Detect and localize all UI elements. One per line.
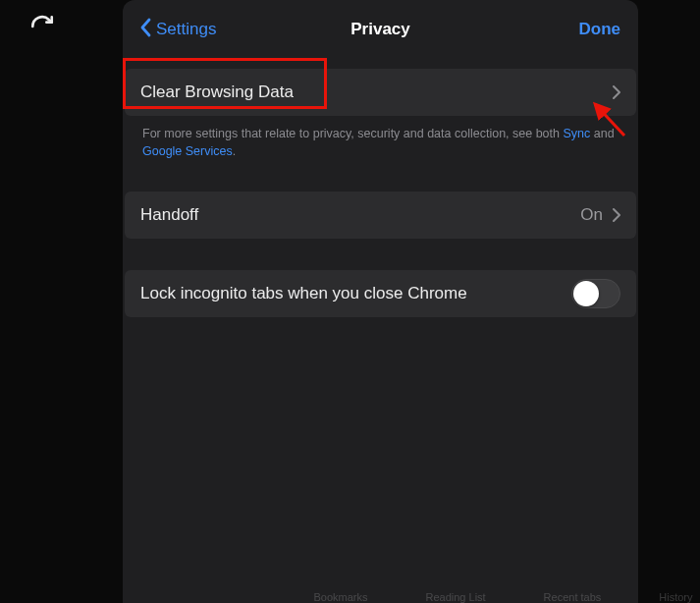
row-label: Handoff xyxy=(140,205,198,225)
chevron-right-icon xyxy=(613,85,620,99)
tab-recent-tabs[interactable]: Recent tabs xyxy=(544,591,602,603)
handoff-row[interactable]: Handoff On xyxy=(125,192,636,239)
page-title: Privacy xyxy=(350,20,410,39)
sync-link[interactable]: Sync xyxy=(563,127,590,140)
clear-browsing-data-row[interactable]: Clear Browsing Data xyxy=(125,69,636,116)
footer-text: . xyxy=(233,144,236,158)
chevron-right-icon xyxy=(613,208,620,222)
chevron-left-icon xyxy=(140,18,152,42)
settings-content: Clear Browsing Data For more settings th… xyxy=(123,59,638,603)
google-services-link[interactable]: Google Services xyxy=(142,144,233,158)
tab-history[interactable]: History xyxy=(659,591,692,603)
navigation-bar: Settings Privacy Done xyxy=(123,0,638,59)
back-button[interactable]: Settings xyxy=(140,18,216,42)
toggle-knob xyxy=(573,281,599,306)
tab-bookmarks[interactable]: Bookmarks xyxy=(313,591,367,603)
row-value: On xyxy=(580,205,603,225)
lock-incognito-toggle[interactable] xyxy=(571,279,620,308)
done-button[interactable]: Done xyxy=(579,20,621,39)
footer-text: and xyxy=(590,127,614,140)
bottom-tab-bar: Bookmarks Reading List Recent tabs Histo… xyxy=(245,583,700,603)
footer-text: For more settings that relate to privacy… xyxy=(142,127,563,140)
back-label: Settings xyxy=(156,20,216,39)
lock-incognito-row: Lock incognito tabs when you close Chrom… xyxy=(125,270,636,317)
tab-reading-list[interactable]: Reading List xyxy=(425,591,485,603)
privacy-settings-panel: Settings Privacy Done Clear Browsing Dat… xyxy=(123,0,638,603)
refresh-icon[interactable] xyxy=(29,14,55,39)
row-label: Lock incognito tabs when you close Chrom… xyxy=(140,284,467,303)
row-label: Clear Browsing Data xyxy=(140,82,294,102)
privacy-footer-note: For more settings that relate to privacy… xyxy=(125,116,636,160)
